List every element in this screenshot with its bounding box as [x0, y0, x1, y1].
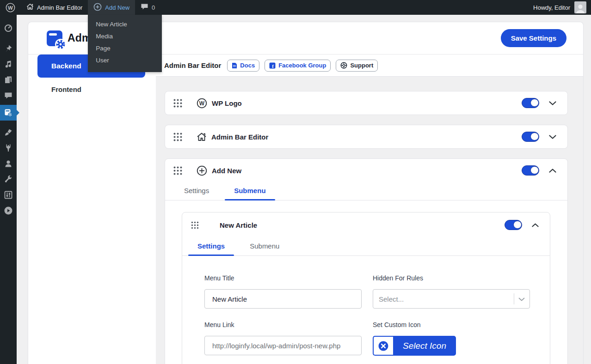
toolbar-title: Admin Bar Editor — [164, 61, 221, 69]
avatar[interactable] — [574, 1, 586, 13]
settings-form: Menu Title Menu Link Hidden For Rules — [182, 256, 550, 364]
toolbar: Admin Bar Editor Docs f Facebook Group S… — [156, 55, 583, 77]
dropdown-item-media[interactable]: Media — [88, 30, 162, 42]
add-new-menu[interactable]: Add New New Article Media Page User — [88, 0, 135, 15]
chevron-up-icon[interactable] — [532, 221, 539, 229]
facebook-icon: f — [269, 62, 276, 69]
svg-text:W: W — [199, 100, 205, 107]
lifering-icon — [340, 62, 347, 69]
menu-item-wp-logo: W WP Logo — [165, 91, 568, 115]
tab-submenu[interactable]: Submenu — [225, 182, 275, 200]
wordpress-logo-icon[interactable]: W — [0, 0, 21, 15]
site-name: Admin Bar Editor — [37, 4, 82, 11]
menu-items-list: W WP Logo Admin Bar Editor — [156, 77, 583, 364]
enable-toggle[interactable] — [522, 98, 539, 108]
plus-circle-icon — [93, 3, 102, 12]
svg-text:f: f — [272, 63, 274, 68]
drag-handle-icon[interactable] — [172, 132, 183, 142]
dropdown-item-page[interactable]: Page — [88, 42, 162, 55]
enable-toggle[interactable] — [505, 220, 522, 230]
settings-sliders-icon[interactable] — [0, 187, 17, 203]
tools-wrench-icon[interactable] — [0, 171, 17, 187]
support-button[interactable]: Support — [336, 60, 378, 72]
submenu-item-label: New Article — [220, 221, 257, 229]
plugin-logo-icon — [47, 30, 62, 46]
comment-bubble-icon — [141, 3, 148, 12]
tab-settings[interactable]: Settings — [188, 237, 234, 255]
chevron-down-icon — [518, 295, 525, 303]
add-new-dropdown: New Article Media Page User — [88, 15, 162, 72]
media-icon[interactable] — [0, 56, 17, 72]
select-placeholder: Select... — [379, 295, 404, 303]
side-tab-list: Backend Frontend — [28, 55, 156, 364]
dismiss-icon[interactable] — [373, 336, 393, 356]
posts-pin-icon[interactable] — [0, 41, 17, 56]
hidden-for-rules-select[interactable]: Select... — [373, 289, 530, 309]
chevron-down-icon[interactable] — [549, 99, 556, 107]
save-settings-button[interactable]: Save Settings — [501, 29, 566, 47]
comments-icon[interactable] — [0, 88, 17, 103]
hidden-for-rules-label: Hidden For Rules — [373, 274, 530, 282]
appearance-brush-icon[interactable] — [0, 124, 17, 140]
pages-icon[interactable] — [0, 72, 17, 88]
menu-link-input[interactable] — [204, 336, 362, 355]
howdy-text[interactable]: Howdy, Editor — [533, 4, 570, 11]
enable-toggle[interactable] — [522, 165, 539, 176]
dropdown-item-new-article[interactable]: New Article — [88, 18, 162, 30]
site-menu[interactable]: Admin Bar Editor — [21, 0, 88, 15]
home-icon — [26, 3, 34, 12]
comments-menu[interactable]: 0 — [135, 0, 160, 15]
new-article-tab-list: Settings Submenu — [182, 237, 550, 256]
select-icon-button[interactable]: Select Icon — [373, 336, 456, 356]
set-custom-icon-label: Set Custom Icon — [373, 321, 530, 328]
menu-link-label: Menu Link — [204, 321, 362, 328]
menu-item-label: Add New — [212, 167, 241, 175]
docs-button[interactable]: Docs — [227, 60, 259, 72]
submenu-item-new-article: New Article Settings Submenu — [182, 212, 550, 364]
play-circle-icon[interactable] — [0, 203, 17, 218]
tab-frontend[interactable]: Frontend — [28, 78, 156, 101]
plugin-page: Admin Bar Editor Save Settings Backend F… — [28, 22, 584, 364]
dashboard-icon[interactable] — [0, 20, 17, 36]
enable-toggle[interactable] — [522, 132, 539, 142]
tab-submenu[interactable]: Submenu — [240, 237, 289, 255]
drag-handle-icon[interactable] — [172, 98, 183, 109]
menu-title-label: Menu Title — [204, 274, 362, 282]
chevron-down-icon[interactable] — [549, 133, 556, 141]
drag-handle-icon[interactable] — [172, 165, 183, 176]
menu-item-admin-bar-editor: Admin Bar Editor — [165, 125, 568, 149]
document-icon — [232, 62, 237, 69]
comment-count: 0 — [152, 4, 155, 11]
plugins-plug-icon[interactable] — [0, 140, 17, 156]
menu-item-label: WP Logo — [212, 99, 242, 107]
wp-admin-sidebar — [0, 15, 17, 364]
wordpress-icon: W — [197, 98, 207, 109]
plus-circle-icon — [197, 165, 207, 176]
menu-title-input[interactable] — [204, 289, 362, 309]
sidebar-item-admin-bar-editor[interactable] — [0, 105, 17, 121]
add-new-tab-list: Settings Submenu — [165, 182, 567, 200]
tab-settings[interactable]: Settings — [175, 182, 218, 200]
svg-text:W: W — [8, 5, 13, 11]
add-new-label: Add New — [105, 4, 129, 11]
users-icon[interactable] — [0, 156, 17, 171]
chevron-up-icon[interactable] — [549, 166, 556, 175]
wp-admin-bar: W Admin Bar Editor Add New New Article M… — [0, 0, 591, 15]
home-icon — [197, 132, 207, 142]
drag-handle-icon[interactable] — [191, 221, 199, 230]
menu-item-label: Admin Bar Editor — [211, 133, 268, 141]
menu-item-add-new: Add New Settings Submenu — [165, 158, 568, 364]
facebook-group-button[interactable]: f Facebook Group — [265, 60, 331, 72]
dropdown-item-user[interactable]: User — [88, 55, 162, 67]
